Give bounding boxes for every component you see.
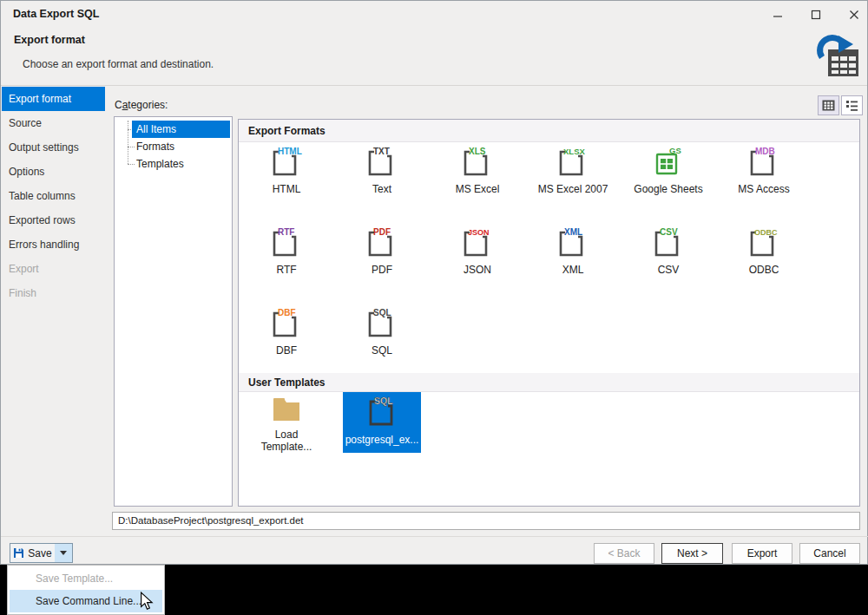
- tree-item-formats[interactable]: Formats: [132, 138, 230, 155]
- template-tile-postgresql[interactable]: SQL postgresql_ex...: [343, 392, 421, 453]
- format-tile-xml[interactable]: XML XML: [525, 226, 621, 276]
- sidebar-item-finish: Finish: [2, 281, 105, 305]
- odbc-format-icon: ODBC: [745, 226, 783, 259]
- sidebar-item-table-columns[interactable]: Table columns: [2, 184, 105, 208]
- xml-format-icon: XML: [554, 226, 592, 259]
- format-tile-sql[interactable]: SQL SQL: [334, 307, 430, 357]
- export-table-icon: [813, 32, 860, 82]
- csv-format-icon: CSV: [649, 226, 687, 259]
- format-label: ODBC: [749, 264, 779, 276]
- format-label: MS Excel: [456, 183, 500, 195]
- format-label: MS Access: [738, 183, 789, 195]
- svg-text:RTF: RTF: [278, 227, 294, 237]
- svg-text:GS: GS: [669, 146, 681, 155]
- tree-item-all-items[interactable]: All Items: [132, 121, 230, 138]
- format-label: CSV: [658, 264, 680, 276]
- sidebar-item-source[interactable]: Source: [2, 111, 105, 135]
- next-button[interactable]: Next >: [661, 543, 723, 564]
- google-sheets-format-icon: GS: [649, 146, 687, 179]
- sql-template-icon: SQL: [363, 394, 401, 429]
- sidebar-item-exported-rows[interactable]: Exported rows: [2, 208, 105, 232]
- dbf-format-icon: DBF: [267, 307, 306, 340]
- format-tile-pdf[interactable]: PDF PDF: [334, 226, 430, 276]
- wizard-header: Export format Choose an export format an…: [1, 27, 867, 86]
- data-export-dialog: Data Export SQL Export format Choose an …: [0, 0, 868, 565]
- section-title: User Templates: [248, 376, 325, 389]
- tree-item-templates[interactable]: Templates: [132, 155, 230, 173]
- format-tile-odbc[interactable]: ODBC ODBC: [716, 226, 812, 276]
- svg-text:JSON: JSON: [468, 228, 490, 237]
- maximize-button[interactable]: [801, 5, 831, 24]
- save-floppy-icon: [13, 547, 24, 559]
- pdf-format-icon: PDF: [363, 226, 401, 259]
- svg-text:CSV: CSV: [660, 227, 678, 237]
- format-tile-rtf[interactable]: RTF RTF: [239, 226, 334, 276]
- footer-divider: [1, 536, 868, 537]
- menu-item-save-template: Save Template...: [10, 567, 162, 590]
- sidebar-item-errors-handling[interactable]: Errors handling: [2, 232, 105, 257]
- svg-text:PDF: PDF: [373, 227, 391, 237]
- svg-text:XML: XML: [564, 227, 582, 237]
- svg-text:ODBC: ODBC: [754, 228, 778, 237]
- tree-line: [128, 121, 128, 164]
- template-path-field[interactable]: D:\DatabaseProject\postgresql_export.det: [112, 512, 860, 530]
- format-tile-text[interactable]: TXT Text: [334, 146, 430, 195]
- format-label: PDF: [372, 264, 392, 276]
- format-label: Google Sheets: [634, 183, 702, 195]
- thumbnail-view-button[interactable]: [818, 95, 839, 115]
- save-button-label: Save: [28, 547, 51, 559]
- window-title: Data Export SQL: [13, 8, 99, 20]
- grid-view-icon: [822, 100, 835, 111]
- section-title: Export Formats: [248, 125, 326, 137]
- svg-text:XLS: XLS: [469, 147, 486, 156]
- rtf-format-icon: RTF: [267, 226, 306, 259]
- export-formats-section-header: Export Formats: [239, 120, 859, 142]
- svg-text:TXT: TXT: [373, 147, 390, 156]
- format-tile-html[interactable]: HTML HTML: [239, 146, 334, 195]
- categories-tree: All Items Formats Templates: [114, 116, 233, 507]
- txt-format-icon: TXT: [363, 146, 401, 179]
- svg-text:XLSX: XLSX: [563, 147, 585, 156]
- sql-format-icon: SQL: [363, 307, 401, 340]
- folder-icon: [268, 394, 305, 425]
- page-title: Export format: [14, 34, 85, 46]
- format-tile-google-sheets[interactable]: GS Google Sheets: [621, 146, 716, 195]
- desktop-background: Data Export SQL Export format Choose an …: [0, 0, 868, 615]
- xls-format-icon: XLS: [458, 146, 496, 179]
- svg-text:HTML: HTML: [278, 147, 302, 156]
- format-label: Text: [372, 183, 391, 195]
- svg-text:MDB: MDB: [755, 147, 775, 156]
- maximize-icon: [811, 10, 821, 20]
- save-button[interactable]: Save: [10, 543, 56, 563]
- format-tile-json[interactable]: JSON JSON: [430, 226, 525, 276]
- list-view-button[interactable]: [841, 95, 863, 115]
- close-button[interactable]: [839, 5, 868, 24]
- mouse-cursor: [139, 592, 155, 614]
- list-view-icon: [845, 100, 858, 111]
- export-button[interactable]: Export: [732, 543, 792, 564]
- format-label: DBF: [276, 344, 297, 357]
- sidebar-item-options[interactable]: Options: [2, 160, 105, 184]
- format-tile-ms-access[interactable]: MDB MS Access: [716, 146, 812, 195]
- json-format-icon: JSON: [458, 226, 496, 259]
- format-label: JSON: [464, 264, 491, 276]
- save-dropdown-button[interactable]: [55, 543, 73, 563]
- load-template-tile[interactable]: LoadTemplate...: [247, 392, 326, 453]
- svg-text:DBF: DBF: [278, 308, 296, 317]
- sidebar-item-export: Export: [2, 257, 105, 281]
- format-label: SQL: [372, 344, 392, 357]
- cancel-button[interactable]: Cancel: [799, 543, 860, 564]
- user-templates-section-header: User Templates: [239, 373, 859, 392]
- format-tile-ms-excel[interactable]: XLS MS Excel: [430, 146, 525, 195]
- chevron-down-icon: [60, 551, 67, 555]
- load-template-label: LoadTemplate...: [261, 429, 312, 453]
- format-tile-ms-excel-2007[interactable]: XLSX MS Excel 2007: [525, 146, 621, 195]
- sidebar-item-output-settings[interactable]: Output settings: [2, 135, 105, 160]
- sidebar-item-export-format[interactable]: Export format: [2, 87, 105, 111]
- format-tile-csv[interactable]: CSV CSV: [621, 226, 716, 276]
- formats-panel: Export Formats HTML HTML TXT Text XLS MS…: [238, 119, 860, 507]
- format-tile-dbf[interactable]: DBF DBF: [239, 307, 334, 357]
- minimize-button[interactable]: [763, 5, 792, 24]
- format-label: HTML: [273, 183, 301, 195]
- titlebar[interactable]: Data Export SQL: [1, 1, 867, 27]
